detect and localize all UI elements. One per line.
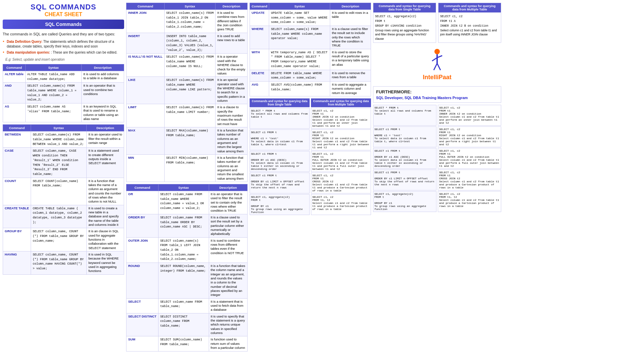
multiple-table-header: Commands and syntax for querying data fr…: [311, 98, 371, 107]
multiple-query-4: SELECT c1, c2 FROM t1, t2 Select column …: [311, 194, 371, 215]
furthermore-box: FURTHERMORE: SQL Developer, SQL DBA Trai…: [373, 86, 501, 103]
single-query-4: SELECT c1, aggregate(c2) FROM t GROUP BY…: [250, 194, 310, 215]
cell-syntax: ALTER TABLE table_name ADD column_name d…: [25, 71, 81, 82]
query-pairs-container: Commands and syntax for querying data fr…: [250, 98, 371, 215]
cell-command: OR: [126, 191, 159, 214]
multiple-query-2: SELECT c1, c2 FROM t1 FULL OUTER JOIN t2…: [311, 151, 371, 172]
cell-desc: Is function used to return sum of values…: [209, 336, 247, 351]
cell-command: ROUND: [126, 263, 159, 298]
cell-syntax: SELECT DISTINCT column_name FROM table_n…: [158, 313, 209, 336]
title-box: SQL COMMANDS CHEAT SHEET: [3, 3, 124, 18]
right-query-pair-row: SELECT * FROM t To select all rows and c…: [373, 105, 501, 126]
multiple-query-3: SELECT c1, c2 FROM t1 CROSS JOIN t2 Sele…: [311, 173, 371, 193]
table-row: BETWEENSELECT column_name(s) FROM table_…: [3, 131, 124, 148]
cell-command: SELECT: [126, 298, 159, 313]
query-pair-row: SELECT c1 FROM t WHERE c1 = 'test' To se…: [250, 129, 371, 150]
right-query-pair-row: SELECT c1 FROM t ORDER BY c1 ASC (DESC) …: [373, 148, 501, 169]
cell-syntax: SELECT column_name(s) FROM table_name LI…: [164, 104, 215, 127]
table-alter-and-as: Command Syntax Description ALTER tableAL…: [3, 64, 124, 123]
cell-syntax: SELECT SUM(column_name) FROM table_name;: [158, 336, 209, 351]
col-syntax-3: Syntax: [164, 3, 215, 10]
right-multiple-query-1: SELECT c1, c2 FROM t1 RIGHT JOIN t2 on c…: [438, 126, 501, 147]
cell-command: OUTER JOIN: [126, 237, 159, 263]
cell-syntax: SELECT MAX(column_name) FROM table_name;: [164, 127, 215, 154]
query-pair-row: SELECT c1 FROM t ORDER BY c1 ASC (DESC) …: [250, 151, 371, 172]
cell-desc: It is an operator used to filter the res…: [87, 131, 124, 148]
single-table-header: Commands and syntax for querying data fr…: [250, 98, 310, 107]
cell-command: INSERT: [126, 33, 165, 54]
table-update-avg: Command Syntax Description UPDATEUPDATE …: [250, 3, 371, 96]
cell-desc: It is used to add columns to a table in …: [82, 71, 124, 82]
query-pair-row: SELECT c1, aggregate(c2) FROM t GROUP BY…: [250, 194, 371, 215]
col-desc-1: Description: [82, 64, 124, 71]
cell-desc: It is a clause to specify the maximum nu…: [216, 104, 248, 127]
cell-command: CASE: [3, 148, 31, 178]
cell-syntax: SELECT column_name, COUNT (*) FROM table…: [31, 251, 86, 275]
cell-command: GROUP BY: [3, 228, 31, 251]
cell-desc: It is an operator that is used to filter…: [209, 191, 247, 214]
top-single-box: Commands and syntax for querying data fr…: [373, 3, 436, 43]
left-panel: SQL COMMANDS CHEAT SHEET SQL Commands Th…: [3, 3, 124, 354]
top-single-content: SELECT c1, aggregate(c2)FROM tGROUP BY c…: [373, 12, 436, 42]
cell-command: DELETE: [250, 70, 269, 81]
cell-command: LIMIT: [126, 104, 165, 127]
svg-line-4: [434, 63, 437, 70]
cell-command: UPDATE: [250, 10, 269, 26]
cell-syntax: DELETE FROM table_name WHERE some_column…: [269, 70, 330, 81]
mid-panel-2: Command Syntax Description UPDATEUPDATE …: [250, 3, 371, 354]
right-multiple-query-0: SELECT c1, c2 FROM t1 INNER JOIN t2 on c…: [438, 105, 501, 126]
col-command-2: Command: [3, 125, 31, 131]
multiple-query-0: SELECT c1, c2 FROM t1 INNER JOIN t2 on c…: [311, 108, 371, 129]
table-row: ORDER BYSELECT column_name FROM table_na…: [126, 214, 248, 237]
table-row: INSERTINSERT INTO table_name (column_1, …: [126, 33, 248, 54]
cell-desc: It is a function that takes number of co…: [216, 155, 248, 182]
col-command-1: Command: [3, 64, 26, 71]
cell-command: SUM: [126, 336, 159, 351]
table-row: AVGSELECT AVG(column_name) FROM table_na…: [250, 81, 371, 96]
cell-desc: It is a function that takes number of co…: [216, 127, 248, 154]
table-row: CREATE TABLECREATE TABLE table_name ( co…: [3, 205, 124, 228]
cell-command: HAVING: [3, 251, 31, 275]
cell-desc: It is a function that takes the name of …: [87, 178, 124, 205]
table-row: LIMITSELECT column_name(s) FROM table_na…: [126, 104, 248, 127]
cell-command: AND: [3, 83, 26, 103]
table-row: ORSELECT column_name FROM table_name WHE…: [126, 191, 248, 214]
cell-desc: It is a clause used to sort the result s…: [209, 214, 247, 237]
table-row: WHERESELECT column_name(s) FROM table_na…: [250, 26, 371, 49]
table-row: SUMSELECT SUM(column_name) FROM table_na…: [126, 336, 248, 351]
svg-line-2: [432, 58, 437, 61]
cell-syntax: SELECT column_name FROM table_name WHERE…: [158, 191, 209, 214]
svg-line-3: [437, 56, 442, 58]
table-or-sum: Command Syntax Description ORSELECT colu…: [126, 184, 248, 351]
col-desc-5: Description: [330, 3, 371, 10]
right-query-pair-row: SELECT c1 FROM t ORDER BY c1 LIMIT n OFF…: [373, 170, 501, 190]
table-row: ROUNDSELECT ROUND(column_name, integer) …: [126, 263, 248, 298]
logo-figure: [429, 48, 446, 72]
table-row: DELETEDELETE FROM table_name WHERE some_…: [250, 70, 371, 81]
furthermore-link[interactable]: SQL Developer, SQL DBA Training Masters …: [376, 96, 498, 100]
right-single-query-3: SELECT c1 FROM t ORDER BY c1 LIMIT n OFF…: [373, 170, 436, 190]
cell-desc: It is an special operator used with the …: [216, 77, 248, 104]
cell-command: SELECT DISTINCT: [126, 313, 159, 336]
right-single-query-2: SELECT c1 FROM t ORDER BY c1 ASC (DESC) …: [373, 148, 436, 169]
intro-text: The commands in SQL are called Queries a…: [3, 32, 124, 37]
cell-desc: It is a statement used to create differe…: [87, 148, 124, 178]
cell-command: LIKE: [126, 77, 165, 104]
right-single-query-0: SELECT * FROM t To select all rows and c…: [373, 105, 436, 126]
right-single-query-4: SELECT c1, aggregate(c2) FROM t GROUP BY…: [373, 191, 436, 212]
cell-syntax: SELECT column_name, CASE WHEN condition …: [31, 148, 86, 178]
sub-title: CHEAT SHEET: [3, 11, 124, 18]
cell-desc: It is a function that takes the column n…: [209, 263, 247, 298]
cell-syntax: CREATE TABLE table_name ( column_1 datat…: [31, 205, 86, 228]
right-query-pair-row: SELECT c1 FROM t WHERE c1 = 'test' To se…: [373, 126, 501, 147]
cell-command: ORDER BY: [126, 214, 159, 237]
table-row: GROUP BYSELECT column_name, COUNT (*) FR…: [3, 228, 124, 251]
col-syntax-2: Syntax: [31, 125, 86, 131]
cell-desc: It is an keyword in SQL that is used to …: [82, 103, 124, 122]
table-row: WITHWITH temporary_name AS ( SELECT * FR…: [250, 49, 371, 70]
right-multiple-query-2: SELECT c1, c2 FROM t1 FULL OUTER JOIN t2…: [438, 148, 501, 169]
table-row: HAVINGSELECT column_name, COUNT (*) FROM…: [3, 251, 124, 275]
cell-command: IS NULL/ IS NOT NULL: [126, 54, 165, 77]
cell-command: WHERE: [250, 26, 269, 49]
main-title: SQL COMMANDS: [3, 3, 124, 11]
